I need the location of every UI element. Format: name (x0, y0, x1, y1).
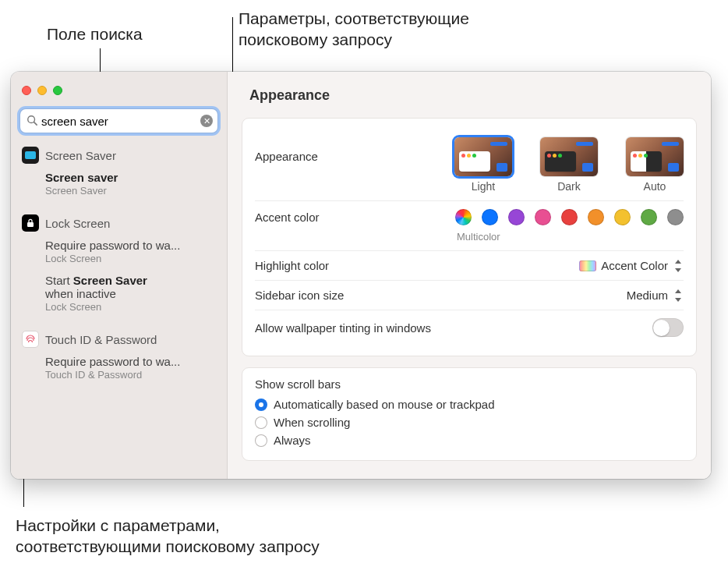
appearance-label: Appearance (255, 137, 318, 163)
radio-icon (255, 416, 267, 429)
window-minimize-button[interactable] (37, 86, 47, 95)
accent-red[interactable] (561, 209, 578, 225)
accent-orange[interactable] (588, 209, 604, 225)
search-result-item[interactable]: Require password to wa... Touch ID & Pas… (17, 352, 221, 383)
appearance-option-dark[interactable]: Dark (540, 137, 598, 193)
appearance-thumb-auto (626, 137, 684, 176)
result-caption: Touch ID & Password (45, 369, 221, 381)
search-icon (27, 115, 37, 128)
svg-rect-3 (27, 222, 34, 227)
sidebar-item-screensaver[interactable]: Screen Saver (17, 142, 221, 168)
radio-icon (255, 434, 267, 447)
appearance-options: Light Dark (454, 137, 684, 193)
accent-yellow[interactable] (614, 209, 631, 225)
row-sidebar-icon: Sidebar icon size Medium (255, 281, 684, 310)
row-accent: Accent color Multicolor (255, 201, 684, 251)
accent-pink[interactable] (535, 209, 551, 225)
sidebar-icon-dropdown[interactable]: Medium (627, 289, 684, 302)
appearance-option-light[interactable]: Light (454, 137, 512, 193)
sidebar-icon-value: Medium (627, 289, 668, 302)
fingerprint-icon (22, 331, 39, 348)
radio-label: Always (274, 434, 311, 447)
appearance-panel: Appearance Light (242, 118, 697, 356)
sidebar-item-label: Touch ID & Password (45, 333, 157, 346)
radio-label: When scrolling (274, 416, 350, 429)
accent-multicolor[interactable] (455, 209, 472, 225)
highlight-swatch (579, 260, 596, 271)
highlight-label: Highlight color (255, 259, 329, 272)
scrollbar-option-auto[interactable]: Automatically based on mouse or trackpad (255, 395, 684, 413)
appearance-thumb-dark (540, 137, 598, 176)
scrollbars-panel: Show scroll bars Automatically based on … (242, 367, 697, 461)
sidebar-item-label: Lock Screen (45, 217, 110, 230)
row-appearance: Appearance Light (255, 129, 684, 201)
radio-icon (255, 399, 267, 411)
screensaver-icon (22, 147, 39, 164)
dropdown-arrows-icon (673, 289, 684, 302)
result-title: Require password to wa... (45, 355, 221, 368)
appearance-thumb-light (454, 137, 512, 176)
window-fullscreen-button[interactable] (53, 86, 62, 95)
window-close-button[interactable] (22, 86, 31, 95)
svg-rect-2 (25, 151, 36, 159)
row-tinting: Allow wallpaper tinting in windows (255, 310, 684, 345)
scrollbars-title: Show scroll bars (255, 377, 684, 391)
highlight-dropdown[interactable]: Accent Color (579, 259, 684, 272)
svg-line-1 (34, 122, 37, 125)
sidebar-icon-label: Sidebar icon size (255, 289, 344, 302)
radio-label: Automatically based on mouse or trackpad (274, 398, 494, 411)
row-highlight: Highlight color Accent Color (255, 251, 684, 281)
search-field[interactable]: ✕ (20, 109, 217, 133)
result-title: Screen saver (45, 171, 221, 184)
appearance-option-auto[interactable]: Auto (626, 137, 684, 193)
accent-purple[interactable] (508, 209, 525, 225)
sidebar-item-label: Screen Saver (45, 149, 116, 162)
accent-green[interactable] (641, 209, 657, 225)
search-result-item[interactable]: Require password to wa... Lock Screen (17, 236, 221, 267)
dropdown-arrows-icon (673, 260, 684, 272)
result-title: Start Screen Saver (45, 274, 221, 287)
search-wrap: ✕ (11, 100, 227, 139)
search-results: Screen Saver Screen saver Screen Saver L… (11, 139, 227, 479)
appearance-option-label: Dark (540, 180, 598, 193)
result-caption: Lock Screen (45, 301, 221, 313)
lock-icon (22, 214, 39, 232)
accent-blue[interactable] (482, 209, 498, 225)
search-result-item[interactable]: Screen saver Screen Saver (17, 168, 221, 199)
accent-label: Accent color (255, 209, 320, 224)
highlight-value: Accent Color (601, 259, 668, 272)
search-result-item[interactable]: Start Screen Saver when inactive Lock Sc… (17, 267, 221, 315)
result-title: Require password to wa... (45, 239, 221, 252)
page-title: Appearance (228, 72, 711, 118)
tinting-label: Allow wallpaper tinting in windows (255, 321, 431, 335)
result-title-line2: when inactive (45, 287, 221, 300)
scrollbar-option-always[interactable]: Always (255, 431, 684, 449)
sidebar-item-touchid[interactable]: Touch ID & Password (17, 326, 221, 352)
accent-caption: Multicolor (457, 231, 500, 243)
settings-window: ✕ Screen Saver Screen saver Screen Saver (11, 72, 711, 479)
sidebar: ✕ Screen Saver Screen saver Screen Saver (11, 72, 228, 479)
appearance-option-label: Auto (626, 180, 684, 193)
tinting-toggle[interactable] (652, 318, 684, 337)
callout-search: Поле поиска (47, 23, 143, 44)
appearance-option-label: Light (454, 180, 512, 193)
result-caption: Screen Saver (45, 185, 221, 197)
accent-colors (455, 209, 684, 225)
callout-results: Параметры, соответствующие поисковому за… (239, 8, 469, 51)
accent-gray[interactable] (667, 209, 684, 225)
callout-settings: Настройки с параметрами, соответствующим… (16, 515, 320, 558)
search-input[interactable] (41, 115, 200, 128)
search-clear-button[interactable]: ✕ (200, 115, 213, 127)
sidebar-item-lockscreen[interactable]: Lock Screen (17, 210, 221, 236)
window-traffic-lights[interactable] (11, 80, 227, 100)
content: Appearance Appearance Light (228, 72, 711, 479)
result-caption: Lock Screen (45, 253, 221, 264)
scrollbar-option-when-scrolling[interactable]: When scrolling (255, 413, 684, 431)
